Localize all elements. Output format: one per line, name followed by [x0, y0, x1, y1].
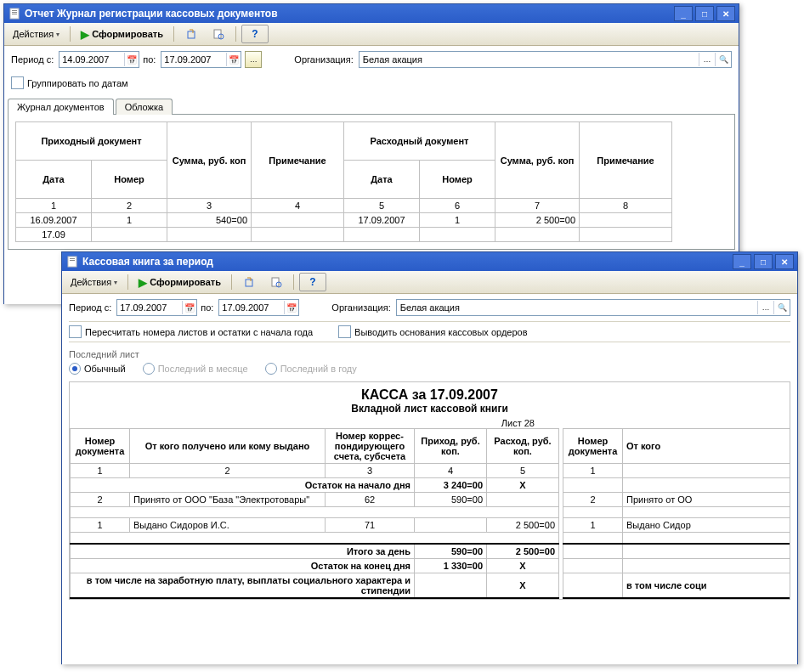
tab-cover[interactable]: Обложка [116, 99, 173, 115]
col-note-out: Примечание [580, 122, 672, 199]
titlebar: Отчет Журнал регистрации кассовых докуме… [4, 4, 739, 23]
salary-row: в том числе на заработную плату, выплаты… [71, 573, 791, 599]
close-button[interactable]: ✕ [716, 6, 735, 21]
org-input[interactable]: … 🔍 [359, 51, 732, 68]
recalc-checkbox[interactable] [69, 325, 82, 338]
org-input[interactable]: … 🔍 [396, 299, 790, 316]
close-button[interactable]: ✕ [775, 254, 794, 269]
chevron-down-icon: ▾ [56, 31, 59, 38]
org-ellipsis-button[interactable]: … [699, 53, 715, 66]
cashbook-subtitle: Вкладной лист кассовой книги [70, 403, 790, 415]
col-fromto: От кого получено или кому выдано [130, 429, 326, 464]
col-in-doc: Приходный документ [16, 122, 167, 161]
org-search-icon[interactable]: 🔍 [715, 53, 731, 66]
minimize-button[interactable]: _ [674, 6, 693, 21]
date-from-input[interactable]: 📅 [59, 51, 139, 68]
table-row[interactable]: 16.09.20071 540=00 17.09.20071 2 500=00 [16, 213, 672, 228]
col-num-out: Номер [420, 161, 495, 199]
play-icon: ▶ [139, 276, 147, 289]
org-field[interactable] [397, 301, 757, 314]
svg-rect-8 [70, 258, 75, 259]
date-to-field[interactable] [219, 301, 284, 314]
col-number-row: 123 45 1 [71, 464, 791, 478]
chevron-down-icon: ▾ [114, 279, 117, 286]
help-button[interactable]: ? [299, 273, 326, 291]
org-field[interactable] [360, 53, 699, 66]
col-number-row: 1234 5678 [16, 199, 672, 213]
calendar-icon[interactable]: 📅 [284, 301, 298, 314]
period-from-label: Период с: [69, 302, 111, 313]
end-balance-row: Остаток на конец дня 1 330=00 Х [71, 559, 791, 573]
table-row[interactable]: 1 Выдано Сидоров И.С. 71 2 500=00 1 Выда… [71, 518, 791, 533]
filter-row: Период с: 📅 по: 📅 … Организация: … 🔍 [4, 46, 739, 73]
org-search-icon[interactable]: 🔍 [773, 301, 790, 314]
maximize-button[interactable]: □ [695, 6, 714, 21]
start-balance-row: Остаток на начало дня 3 240=00 Х [71, 478, 791, 493]
svg-rect-1 [12, 10, 17, 11]
report-icon [8, 7, 21, 20]
date-from-field[interactable] [59, 53, 124, 66]
date-from-field[interactable] [117, 301, 182, 314]
col-outgo: Расход, руб. коп. [487, 429, 559, 464]
group-by-dates-checkbox[interactable] [11, 76, 24, 89]
group-by-dates-label: Группировать по датам [27, 78, 128, 88]
radio-icon [69, 363, 81, 375]
radio-icon [265, 363, 277, 375]
col-date-out: Дата [344, 161, 420, 199]
tool-icon-1[interactable] [237, 274, 261, 291]
calendar-icon[interactable]: 📅 [182, 301, 196, 314]
filter-row: Период с: 📅 по: 📅 Организация: … 🔍 [62, 294, 797, 321]
table-row[interactable]: 2 Принято от ООО "База "Электротовары" 6… [71, 493, 791, 507]
help-button[interactable]: ? [241, 25, 269, 43]
tab-journal[interactable]: Журнал документов [8, 99, 114, 115]
recalc-label: Пересчитать номера листов и остатки с на… [85, 327, 313, 337]
period-from-label: Период с: [11, 54, 54, 65]
date-to-input[interactable]: 📅 [218, 299, 299, 316]
col-docnum: Номер документа [71, 429, 130, 464]
tool-icon-2[interactable] [264, 274, 288, 291]
period-to-label: по: [143, 54, 156, 65]
period-select-button[interactable]: … [245, 51, 262, 68]
table-row[interactable]: 17.09 [16, 228, 672, 242]
radio-last-year[interactable]: Последний в году [265, 363, 357, 375]
col-date-in: Дата [16, 161, 92, 199]
date-to-field[interactable] [161, 53, 226, 66]
toolbar: Действия ▾ ▶ Сформировать ? [4, 23, 739, 46]
actions-label: Действия [13, 29, 54, 39]
window-title: Кассовая книга за период [82, 256, 733, 268]
tabs: Журнал документов Обложка [4, 98, 739, 114]
calendar-icon[interactable]: 📅 [124, 53, 139, 66]
radio-icon [143, 363, 155, 375]
col-out-doc: Расходный документ [344, 122, 495, 161]
minimize-button[interactable]: _ [733, 254, 751, 269]
org-label: Организация: [331, 302, 390, 313]
period-to-label: по: [201, 302, 213, 313]
generate-label: Сформировать [92, 29, 163, 39]
col-sum-out: Сумма, руб. коп [495, 122, 580, 199]
show-basis-checkbox[interactable] [338, 325, 351, 338]
col-corr: Номер коррес-пондирующего счета, субсчет… [326, 429, 415, 464]
leaf-number: Лист 28 [70, 418, 790, 428]
date-to-input[interactable]: 📅 [161, 51, 241, 68]
calendar-icon[interactable]: 📅 [226, 53, 241, 66]
col-income: Приход, руб. коп. [415, 429, 487, 464]
titlebar: Кассовая книга за период _ □ ✕ [62, 252, 797, 271]
tool-icon-2[interactable] [207, 25, 230, 42]
tool-icon-1[interactable] [179, 25, 203, 42]
generate-button[interactable]: ▶ Сформировать [76, 26, 168, 42]
radio-normal[interactable]: Обычный [69, 363, 126, 375]
org-ellipsis-button[interactable]: … [757, 301, 773, 314]
svg-rect-3 [12, 14, 17, 14]
last-sheet-label: Последний лист [69, 349, 790, 359]
generate-button[interactable]: ▶ Сформировать [133, 274, 226, 291]
radio-last-month[interactable]: Последний в месяце [143, 363, 248, 375]
actions-menu[interactable]: Действия ▾ [65, 275, 122, 289]
toolbar: Действия ▾ ▶ Сформировать ? [62, 271, 797, 294]
maximize-button[interactable]: □ [754, 254, 773, 269]
actions-menu[interactable]: Действия ▾ [8, 27, 65, 41]
total-row: Итого за день 590=00 2 500=00 [71, 544, 791, 559]
col-docnum-2: Номер документа [563, 429, 623, 464]
date-from-input[interactable]: 📅 [116, 299, 197, 316]
col-note-in: Примечание [252, 122, 344, 199]
svg-rect-9 [70, 260, 75, 261]
